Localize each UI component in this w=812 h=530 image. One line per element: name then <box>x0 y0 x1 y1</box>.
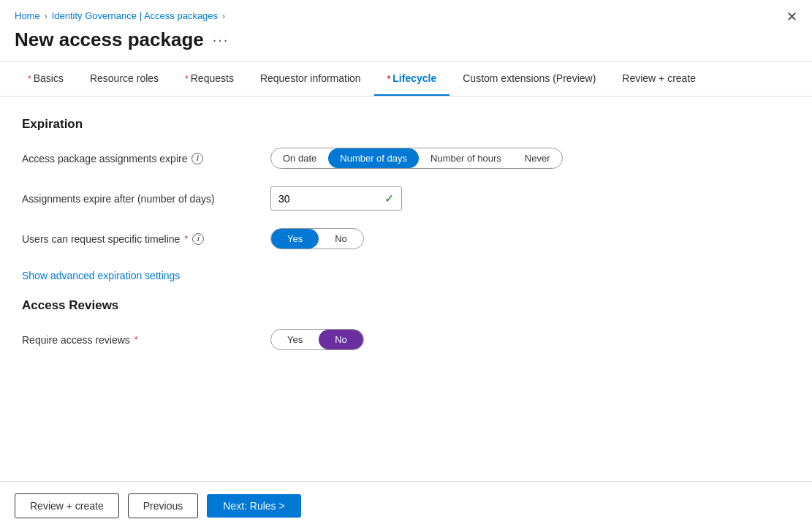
tab-bar: *Basics Resource roles *Requests Request… <box>0 62 812 96</box>
timeline-required-star: * <box>184 233 188 244</box>
tab-basics[interactable]: *Basics <box>15 62 77 96</box>
tab-resource-roles[interactable]: Resource roles <box>77 62 172 96</box>
timeline-label: Users can request specific timeline * i <box>22 233 256 245</box>
require-reviews-toggle[interactable]: Yes No <box>270 329 364 350</box>
tab-review-create[interactable]: Review + create <box>609 62 709 96</box>
breadcrumb-sep1: › <box>45 11 48 21</box>
next-button[interactable]: Next: Rules > <box>207 494 300 518</box>
footer: Review + create Previous Next: Rules > <box>0 481 812 530</box>
main-content: Expiration Access package assignments ex… <box>0 96 812 481</box>
require-reviews-row: Require access reviews * Yes No <box>22 329 790 350</box>
require-reviews-no-option[interactable]: No <box>319 330 363 349</box>
expire-never-option[interactable]: Never <box>513 148 562 168</box>
timeline-yes-option[interactable]: Yes <box>271 229 319 249</box>
require-reviews-label: Require access reviews * <box>22 334 256 346</box>
page-title: New access package <box>15 29 204 51</box>
expire-options-control[interactable]: On date Number of days Number of hours N… <box>270 148 563 169</box>
days-input[interactable] <box>278 193 379 205</box>
assignments-expire-row: Access package assignments expire i On d… <box>22 148 790 169</box>
tab-lifecycle[interactable]: *Lifecycle <box>374 62 450 96</box>
days-check-icon: ✓ <box>384 192 394 205</box>
close-button[interactable]: ✕ <box>786 10 797 23</box>
assignments-expire-label: Access package assignments expire i <box>22 153 256 164</box>
more-options-button[interactable]: ··· <box>213 31 229 48</box>
requests-required-dot: * <box>185 74 189 84</box>
assignments-expire-after-row: Assignments expire after (number of days… <box>22 186 790 211</box>
timeline-row: Users can request specific timeline * i … <box>22 228 790 249</box>
expire-number-of-hours-option[interactable]: Number of hours <box>419 148 513 168</box>
require-reviews-yes-option[interactable]: Yes <box>271 330 319 349</box>
previous-button[interactable]: Previous <box>128 493 198 518</box>
breadcrumb-sep2: › <box>222 11 225 21</box>
require-reviews-required-star: * <box>134 334 138 345</box>
timeline-info-icon[interactable]: i <box>192 233 204 245</box>
timeline-no-option[interactable]: No <box>319 229 363 249</box>
access-reviews-section-title: Access Reviews <box>22 298 790 313</box>
lifecycle-required-dot: * <box>387 74 391 84</box>
advanced-expiration-link[interactable]: Show advanced expiration settings <box>22 270 180 281</box>
breadcrumb: Home › Identity Governance | Access pack… <box>0 0 812 26</box>
tab-requests[interactable]: *Requests <box>172 62 247 96</box>
expire-on-date-option[interactable]: On date <box>271 148 328 168</box>
assignments-expire-after-label: Assignments expire after (number of days… <box>22 193 256 205</box>
tab-custom-extensions[interactable]: Custom extensions (Preview) <box>449 62 609 96</box>
breadcrumb-home[interactable]: Home <box>15 10 40 21</box>
timeline-toggle[interactable]: Yes No <box>270 228 364 249</box>
days-input-field: ✓ <box>270 186 402 211</box>
expiration-section-title: Expiration <box>22 117 790 132</box>
assignments-expire-info-icon[interactable]: i <box>191 153 203 164</box>
basics-required-dot: * <box>28 74 31 84</box>
tab-requestor-info[interactable]: Requestor information <box>247 62 374 96</box>
main-window: ✕ Home › Identity Governance | Access pa… <box>0 0 812 530</box>
breadcrumb-section[interactable]: Identity Governance | Access packages <box>52 10 218 21</box>
expire-number-of-days-option[interactable]: Number of days <box>328 148 419 168</box>
review-create-button[interactable]: Review + create <box>15 493 119 518</box>
page-header: New access package ··· <box>0 26 812 61</box>
